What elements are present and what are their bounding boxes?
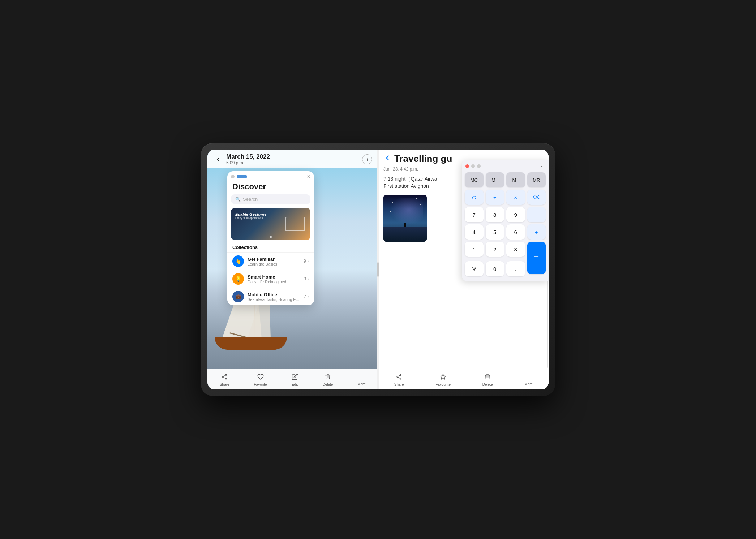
window-min-button[interactable] bbox=[231, 175, 235, 178]
calc-minimize-button[interactable] bbox=[471, 164, 475, 168]
chevron-right-icon-3: › bbox=[308, 294, 309, 299]
calc-close-button[interactable] bbox=[465, 164, 469, 168]
right-star-icon bbox=[440, 374, 446, 382]
calc-mr-button[interactable]: MR bbox=[527, 172, 546, 187]
more-button[interactable]: ⋯ More bbox=[353, 372, 370, 388]
date-label: March 15, 2022 bbox=[226, 153, 362, 160]
calc-expand-button[interactable] bbox=[477, 164, 481, 168]
mobile-office-info: Mobile Office Seamless Tasks, Soaring E.… bbox=[248, 292, 304, 302]
favorite-button[interactable]: Favorite bbox=[250, 372, 271, 388]
calc-4-button[interactable]: 4 bbox=[465, 224, 484, 240]
discover-titlebar: ✕ bbox=[227, 171, 314, 181]
calc-8-button[interactable]: 8 bbox=[486, 207, 504, 222]
banner-subtitle: Enjoy fluid operations bbox=[235, 216, 267, 220]
time-label: 5:09 p.m. bbox=[226, 160, 362, 165]
right-delete-button[interactable]: Delete bbox=[479, 372, 497, 388]
divider-handle bbox=[377, 262, 379, 277]
share-button[interactable]: Share bbox=[215, 372, 234, 388]
mobile-office-icon: 💼 bbox=[232, 291, 244, 302]
split-divider[interactable] bbox=[377, 150, 379, 389]
get-familiar-count: 9 bbox=[304, 259, 306, 264]
delete-label: Delete bbox=[322, 383, 333, 387]
calc-3-button[interactable]: 3 bbox=[506, 242, 525, 257]
tablet-device: March 15, 2022 5:09 p.m. ℹ bbox=[201, 143, 555, 396]
banner-text-area: Enable Gestures Enjoy fluid operations bbox=[235, 212, 267, 220]
calc-divide-button[interactable]: ÷ bbox=[486, 190, 504, 205]
right-more-button[interactable]: ⋯ More bbox=[521, 372, 536, 388]
calc-backspace-button[interactable]: ⌫ bbox=[527, 190, 546, 205]
smart-home-subtitle: Daily Life Reimagined bbox=[248, 280, 304, 284]
calc-5-button[interactable]: 5 bbox=[486, 224, 504, 240]
left-back-button[interactable] bbox=[213, 154, 223, 164]
smart-home-meta: 3 › bbox=[304, 276, 309, 281]
calc-7-button[interactable]: 7 bbox=[465, 207, 484, 222]
get-familiar-icon: 👆 bbox=[232, 255, 244, 267]
left-top-bar: March 15, 2022 5:09 p.m. ℹ bbox=[207, 150, 378, 168]
get-familiar-meta: 9 › bbox=[304, 259, 309, 264]
mobile-office-meta: 7 › bbox=[304, 294, 309, 299]
left-bottom-bar: Share Favorite bbox=[207, 369, 378, 389]
calc-row-ops: C ÷ × ⌫ bbox=[465, 190, 546, 205]
heart-icon bbox=[257, 374, 264, 382]
calc-multiply-button[interactable]: × bbox=[506, 190, 525, 205]
right-favourite-button[interactable]: Favourite bbox=[432, 372, 454, 388]
date-info: March 15, 2022 5:09 p.m. bbox=[226, 153, 362, 165]
more-icon: ⋯ bbox=[358, 374, 365, 381]
search-icon: 🔍 bbox=[235, 197, 241, 202]
calc-mminus-button[interactable]: M− bbox=[506, 172, 525, 187]
mobile-office-name: Mobile Office bbox=[248, 292, 304, 297]
right-more-label: More bbox=[524, 382, 533, 386]
calc-1-button[interactable]: 1 bbox=[465, 242, 484, 257]
svg-line-3 bbox=[223, 375, 225, 377]
calc-2-button[interactable]: 2 bbox=[486, 242, 504, 257]
banner-frame-decoration bbox=[285, 217, 305, 231]
get-familiar-subtitle: Learn the Basics bbox=[248, 262, 304, 266]
water-reflection bbox=[383, 227, 427, 242]
calc-mc-button[interactable]: MC bbox=[465, 172, 484, 187]
collection-item-get-familiar[interactable]: 👆 Get Familiar Learn the Basics 9 › bbox=[227, 252, 314, 270]
get-familiar-info: Get Familiar Learn the Basics bbox=[248, 256, 304, 266]
svg-marker-10 bbox=[441, 374, 446, 379]
collection-item-smart-home[interactable]: 💡 Smart Home Daily Life Reimagined 3 › bbox=[227, 270, 314, 288]
more-label: More bbox=[357, 382, 366, 386]
split-screen: March 15, 2022 5:09 p.m. ℹ bbox=[207, 150, 549, 389]
collection-item-mobile-office[interactable]: 💼 Mobile Office Seamless Tasks, Soaring … bbox=[227, 288, 314, 305]
right-favourite-label: Favourite bbox=[435, 383, 451, 387]
smart-home-info: Smart Home Daily Life Reimagined bbox=[248, 274, 304, 284]
calc-minus-button[interactable]: − bbox=[527, 207, 546, 222]
left-panel: March 15, 2022 5:09 p.m. ℹ bbox=[207, 150, 378, 389]
favorite-label: Favorite bbox=[254, 383, 267, 387]
mobile-office-subtitle: Seamless Tasks, Soaring E... bbox=[248, 297, 304, 302]
calc-9-button[interactable]: 9 bbox=[506, 207, 525, 222]
calculator-titlebar: ⋮ bbox=[462, 160, 549, 171]
calc-6-button[interactable]: 6 bbox=[506, 224, 525, 240]
chevron-right-icon-2: › bbox=[308, 276, 309, 281]
right-back-button[interactable] bbox=[383, 154, 391, 164]
calc-0-button[interactable]: 0 bbox=[486, 261, 504, 276]
smart-home-name: Smart Home bbox=[248, 274, 304, 280]
right-trash-icon bbox=[484, 374, 491, 382]
calc-row-789: 7 8 9 − bbox=[465, 207, 546, 222]
mobile-office-count: 7 bbox=[304, 294, 306, 299]
calc-percent-button[interactable]: % bbox=[465, 261, 484, 276]
discover-banner[interactable]: Enable Gestures Enjoy fluid operations bbox=[231, 208, 310, 240]
right-share-button[interactable]: Share bbox=[391, 372, 408, 388]
discover-search-bar[interactable]: 🔍 Search bbox=[231, 194, 310, 204]
delete-button[interactable]: Delete bbox=[318, 372, 337, 388]
calc-equals-button[interactable]: = bbox=[527, 242, 546, 274]
edit-button[interactable]: Edit bbox=[287, 372, 302, 388]
calc-clear-button[interactable]: C bbox=[465, 190, 484, 205]
edit-icon bbox=[292, 374, 298, 382]
calc-more-button[interactable]: ⋮ bbox=[539, 163, 545, 169]
calc-dot-button[interactable]: . bbox=[506, 261, 525, 276]
calc-row-456: 4 5 6 + bbox=[465, 224, 546, 240]
calc-mplus-button[interactable]: M+ bbox=[486, 172, 504, 187]
note-title: Travelling gu bbox=[394, 153, 452, 164]
window-close-button[interactable]: ✕ bbox=[307, 174, 310, 179]
share-label: Share bbox=[220, 383, 229, 387]
tablet-screen: March 15, 2022 5:09 p.m. ℹ bbox=[207, 150, 549, 389]
calc-plus-button[interactable]: + bbox=[527, 224, 546, 240]
info-button[interactable]: ℹ bbox=[362, 154, 372, 164]
discover-title: Discover bbox=[227, 181, 314, 194]
window-expand-button[interactable] bbox=[237, 175, 247, 178]
